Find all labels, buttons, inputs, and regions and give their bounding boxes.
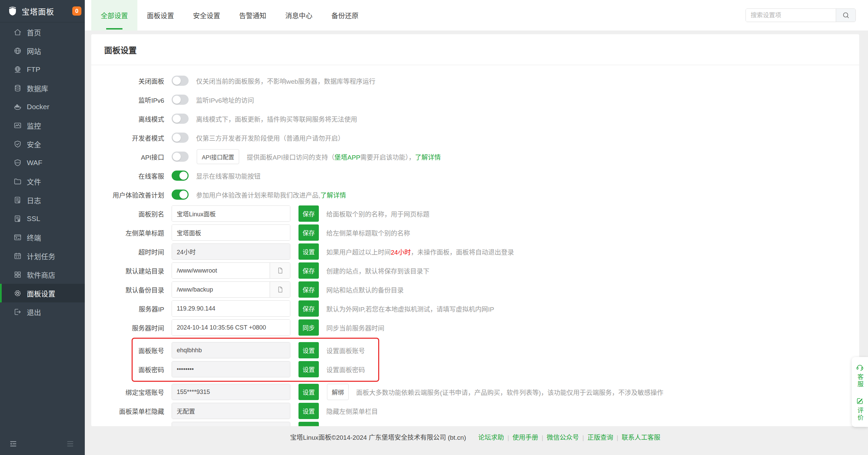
float-item-feedback[interactable]: 评价	[855, 397, 864, 421]
ux-program-toggle[interactable]	[172, 190, 189, 200]
api-config-button[interactable]: API接口配置	[197, 149, 239, 164]
server-ip-action-button[interactable]: 保存	[298, 300, 319, 317]
learn-more-link[interactable]: 了解详情	[320, 192, 346, 199]
toggle-knob	[173, 77, 181, 85]
sidebar-item-label: 首页	[27, 27, 41, 37]
learn-more-link[interactable]: 了解详情	[415, 154, 441, 161]
server-time-action-button[interactable]: 同步	[298, 319, 319, 336]
default-backup-dir-input[interactable]	[172, 282, 270, 297]
row-description: 同步当前服务器时间	[326, 323, 384, 332]
desc-text: 设置面板密码	[326, 367, 365, 374]
input-group	[172, 262, 290, 279]
toggle-knob	[179, 172, 188, 180]
desc-text: 创建的站点，默认将保存到该目录下	[326, 268, 429, 275]
footer-link[interactable]: 联系人工客服	[622, 434, 660, 441]
bind-bt-account-input[interactable]	[172, 384, 290, 400]
api-toggle[interactable]	[172, 152, 189, 162]
panel-alias-action-button[interactable]: 保存	[298, 205, 319, 222]
desc-text: 堡塔APP	[334, 154, 360, 161]
row-label: 面板密码	[133, 365, 164, 374]
timeout-input[interactable]	[172, 244, 290, 259]
menu-title-action-button[interactable]: 保存	[298, 224, 319, 241]
sidebar-item-label: 软件商店	[27, 270, 55, 280]
notification-badge[interactable]: 0	[72, 6, 81, 16]
row-label: 超时时间	[104, 247, 164, 256]
setting-row-offline-mode: 离线模式离线模式下，面板更新，插件购买等联网服务将无法使用	[104, 109, 846, 128]
bind-bt-account-unbind-button[interactable]: 解绑	[327, 384, 349, 400]
sidebar-item-monitor[interactable]: 监控	[0, 116, 85, 135]
default-site-dir-action-button[interactable]: 保存	[298, 262, 319, 279]
tab-alarm-notify[interactable]: 告警通知	[230, 0, 276, 31]
row-label: 用户体验改善计划	[104, 190, 164, 199]
menu-list-icon[interactable]	[66, 439, 75, 448]
desc-text: 监听IPv6地址的访问	[196, 97, 254, 104]
sidebar-item-logout[interactable]: 退出	[0, 302, 85, 321]
sidebar-item-ssl[interactable]: SSL	[0, 209, 85, 228]
browse-directory-button[interactable]	[270, 263, 290, 278]
sidebar-item-label: 文件	[27, 176, 41, 186]
grid-icon	[14, 271, 22, 279]
sidebar-item-label: 安全	[27, 139, 41, 149]
float-item-customer-service[interactable]: 客服	[855, 363, 864, 388]
file-icon	[276, 286, 284, 293]
tab-all-settings[interactable]: 全部设置	[91, 0, 137, 31]
browse-directory-button[interactable]	[270, 282, 290, 297]
sidebar-item-panel-settings[interactable]: 面板设置	[0, 284, 85, 302]
row-label: 在线客服	[104, 171, 164, 180]
menu-title-input[interactable]	[172, 225, 290, 240]
footer-separator: |	[617, 434, 618, 441]
offline-mode-toggle[interactable]	[172, 114, 189, 124]
sidebar-item-waf[interactable]: WAFWAF	[0, 153, 85, 172]
search-button[interactable]	[836, 9, 855, 22]
setting-row-panel-password: 面板密码设置设置面板密码	[133, 360, 378, 379]
input-group	[172, 342, 290, 358]
search-input[interactable]	[746, 9, 836, 22]
close-panel-toggle[interactable]	[172, 76, 189, 86]
sidebar-item-appstore[interactable]: 软件商店	[0, 265, 85, 284]
panel-username-input[interactable]	[172, 342, 290, 358]
collapse-sidebar-icon[interactable]	[9, 439, 18, 448]
edit-icon	[856, 397, 864, 405]
panel-password-input[interactable]	[172, 361, 290, 377]
sidebar-item-database[interactable]: 数据库	[0, 79, 85, 97]
listen-ipv6-toggle[interactable]	[172, 95, 189, 105]
bind-bt-account-action-button[interactable]: 设置	[298, 384, 319, 400]
footer-link[interactable]: 使用手册	[513, 434, 538, 441]
panel-alias-input[interactable]	[172, 206, 290, 221]
sidebar-item-website[interactable]: 网站	[0, 41, 85, 60]
footer-link[interactable]: 正版查询	[587, 434, 613, 441]
panel-username-action-button[interactable]: 设置	[298, 342, 319, 358]
timeout-action-button[interactable]: 设置	[298, 243, 319, 260]
tab-panel-settings[interactable]: 面板设置	[137, 0, 184, 31]
toggle-knob	[173, 153, 181, 161]
tab-security-settings[interactable]: 安全设置	[184, 0, 230, 31]
sidebar-item-files[interactable]: 文件	[0, 172, 85, 191]
menu-hide-input[interactable]	[172, 403, 290, 419]
server-time-input[interactable]	[172, 320, 290, 335]
desc-text: 同步当前服务器时间	[326, 325, 384, 332]
tab-message-center[interactable]: 消息中心	[276, 0, 322, 31]
footer-link[interactable]: 微信公众号	[547, 434, 579, 441]
panel-password-action-button[interactable]: 设置	[298, 361, 319, 377]
sidebar-item-home[interactable]: 首页	[0, 23, 85, 41]
default-backup-dir-action-button[interactable]: 保存	[298, 281, 319, 298]
app-title: 宝塔面板	[22, 5, 54, 17]
partial-row-input[interactable]	[172, 422, 290, 426]
sidebar-item-label: 面板设置	[27, 288, 55, 298]
sidebar-item-docker[interactable]: Docker	[0, 97, 85, 116]
footer-link[interactable]: 论坛求助	[478, 434, 504, 441]
tab-backup-restore[interactable]: 备份还原	[322, 0, 368, 31]
logout-icon	[14, 308, 22, 316]
default-site-dir-input[interactable]	[172, 263, 270, 278]
sidebar-item-cron[interactable]: 计划任务	[0, 246, 85, 265]
sidebar-item-terminal[interactable]: 终端	[0, 228, 85, 246]
online-service-toggle[interactable]	[172, 171, 189, 181]
server-ip-input[interactable]	[172, 301, 290, 316]
sidebar-item-security[interactable]: 安全	[0, 135, 85, 153]
developer-mode-toggle[interactable]	[172, 133, 189, 143]
sidebar-item-ftp[interactable]: FTP	[0, 60, 85, 79]
row-label: 面板菜单栏隐藏	[104, 407, 164, 416]
partial-row-action-button[interactable]	[298, 422, 319, 426]
menu-hide-action-button[interactable]: 设置	[298, 403, 319, 419]
sidebar-item-logs[interactable]: 日志	[0, 191, 85, 209]
